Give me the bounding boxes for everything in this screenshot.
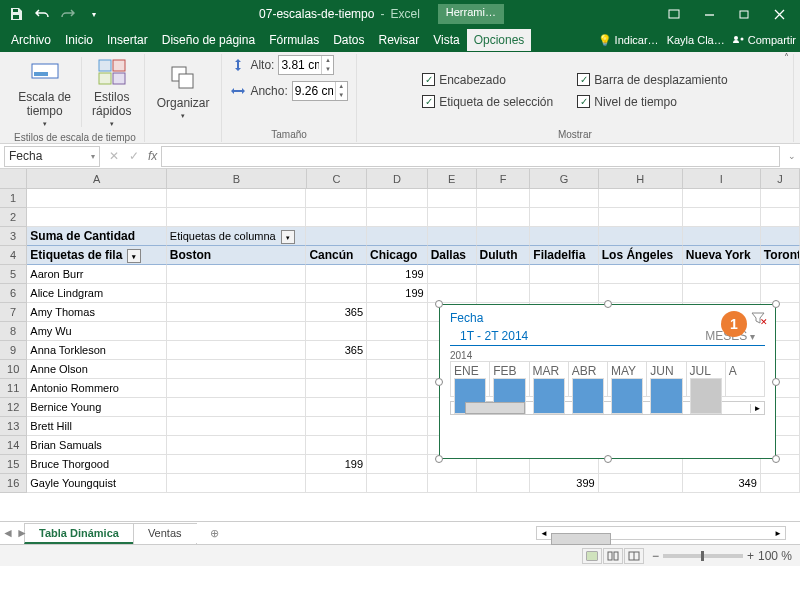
cell[interactable] — [367, 455, 428, 474]
cell[interactable] — [306, 398, 367, 417]
cell[interactable]: Nueva York — [683, 246, 761, 265]
cell[interactable] — [599, 265, 683, 284]
tab-vista[interactable]: Vista — [426, 29, 466, 51]
row-header[interactable]: 11 — [0, 379, 27, 398]
cell[interactable]: Amy Thomas — [27, 303, 167, 322]
cell[interactable]: 399 — [530, 474, 598, 493]
row-header[interactable]: 7 — [0, 303, 27, 322]
cell[interactable] — [167, 360, 307, 379]
cell[interactable] — [428, 474, 477, 493]
cell[interactable] — [306, 360, 367, 379]
cell[interactable] — [27, 208, 167, 227]
cell[interactable]: Etiquetas de columna ▾ — [167, 227, 307, 246]
cell[interactable] — [306, 379, 367, 398]
cell[interactable] — [367, 360, 428, 379]
cell[interactable]: Dallas — [428, 246, 477, 265]
cell[interactable]: Antonio Rommero — [27, 379, 167, 398]
cell[interactable]: 199 — [306, 455, 367, 474]
cell[interactable] — [367, 398, 428, 417]
cell[interactable] — [599, 208, 683, 227]
cell[interactable] — [683, 227, 761, 246]
select-all-corner[interactable] — [0, 169, 27, 188]
cell[interactable] — [167, 322, 307, 341]
tab-insertar[interactable]: Insertar — [100, 29, 155, 51]
expand-formula-icon[interactable]: ⌄ — [784, 151, 800, 161]
cell[interactable] — [530, 284, 598, 303]
cell[interactable]: Chicago — [367, 246, 428, 265]
cell[interactable] — [428, 265, 477, 284]
tab-datos[interactable]: Datos — [326, 29, 371, 51]
cell[interactable] — [167, 265, 307, 284]
cell[interactable] — [167, 398, 307, 417]
timeline-slicer[interactable]: 1 Fecha ✕ 1T - 2T 2014 MESES ▾ 2014 ENEF… — [439, 304, 776, 459]
cell[interactable] — [306, 436, 367, 455]
share-button[interactable]: Compartir — [733, 34, 796, 46]
cell[interactable] — [530, 227, 598, 246]
cell[interactable]: Etiquetas de fila ▾ — [27, 246, 167, 265]
cell[interactable]: 199 — [367, 284, 428, 303]
cell[interactable] — [599, 227, 683, 246]
tell-me[interactable]: 💡 Indicar… — [598, 34, 659, 47]
chk-header[interactable]: ✓Encabezado — [422, 70, 553, 90]
col-header[interactable]: A — [27, 169, 167, 188]
row-header[interactable]: 12 — [0, 398, 27, 417]
tab-revisar[interactable]: Revisar — [372, 29, 427, 51]
next-sheet-icon[interactable]: ► — [16, 526, 28, 540]
cancel-icon[interactable]: ✕ — [104, 149, 124, 163]
row-header[interactable]: 16 — [0, 474, 27, 493]
cell[interactable] — [306, 322, 367, 341]
qat-customize-icon[interactable]: ▾ — [82, 3, 106, 25]
col-header[interactable]: C — [307, 169, 368, 188]
cell[interactable]: Filadelfia — [530, 246, 598, 265]
cell[interactable] — [367, 417, 428, 436]
col-header[interactable]: D — [367, 169, 428, 188]
chk-selection-label[interactable]: ✓Etiqueta de selección — [422, 92, 553, 112]
cell[interactable] — [530, 189, 598, 208]
col-header[interactable]: J — [761, 169, 800, 188]
minimize-icon[interactable] — [692, 3, 726, 25]
sheet-tab[interactable]: Ventas — [133, 523, 197, 544]
cell[interactable] — [477, 284, 531, 303]
row-header[interactable]: 10 — [0, 360, 27, 379]
zoom-control[interactable]: − + 100 % — [652, 549, 792, 563]
cell[interactable] — [306, 208, 367, 227]
page-layout-view-icon[interactable] — [603, 548, 623, 564]
cell[interactable] — [477, 474, 531, 493]
cell[interactable] — [167, 208, 307, 227]
cell[interactable]: Alice Lindgram — [27, 284, 167, 303]
horizontal-scrollbar[interactable]: ◄ ► — [536, 526, 786, 540]
row-header[interactable]: 14 — [0, 436, 27, 455]
cell[interactable] — [367, 189, 428, 208]
zoom-level[interactable]: 100 % — [758, 549, 792, 563]
cell[interactable] — [761, 474, 800, 493]
row-header[interactable]: 2 — [0, 208, 27, 227]
cell[interactable] — [761, 265, 800, 284]
cell[interactable] — [27, 189, 167, 208]
user-name[interactable]: Kayla Cla… — [667, 34, 725, 46]
page-break-view-icon[interactable] — [624, 548, 644, 564]
cell[interactable] — [167, 417, 307, 436]
zoom-out-icon[interactable]: − — [652, 549, 659, 563]
cell[interactable]: Cancún — [306, 246, 367, 265]
cell[interactable] — [167, 436, 307, 455]
row-header[interactable]: 1 — [0, 189, 27, 208]
cell[interactable] — [167, 455, 307, 474]
cell[interactable] — [477, 227, 531, 246]
contextual-tab[interactable]: Herrami… — [438, 4, 504, 24]
cell[interactable] — [428, 208, 477, 227]
row-header[interactable]: 3 — [0, 227, 27, 246]
chk-time-level[interactable]: ✓Nivel de tiempo — [577, 92, 727, 112]
cell[interactable] — [306, 417, 367, 436]
timeline-scrollbar[interactable]: ◄► — [450, 401, 765, 415]
tab-fórmulas[interactable]: Fórmulas — [262, 29, 326, 51]
cell[interactable]: Suma de Cantidad — [27, 227, 167, 246]
cell[interactable] — [599, 189, 683, 208]
row-header[interactable]: 5 — [0, 265, 27, 284]
cell[interactable] — [167, 303, 307, 322]
maximize-icon[interactable] — [727, 3, 761, 25]
cell[interactable]: 199 — [367, 265, 428, 284]
cell[interactable] — [367, 379, 428, 398]
cell[interactable] — [761, 227, 800, 246]
row-header[interactable]: 9 — [0, 341, 27, 360]
cell[interactable] — [530, 265, 598, 284]
